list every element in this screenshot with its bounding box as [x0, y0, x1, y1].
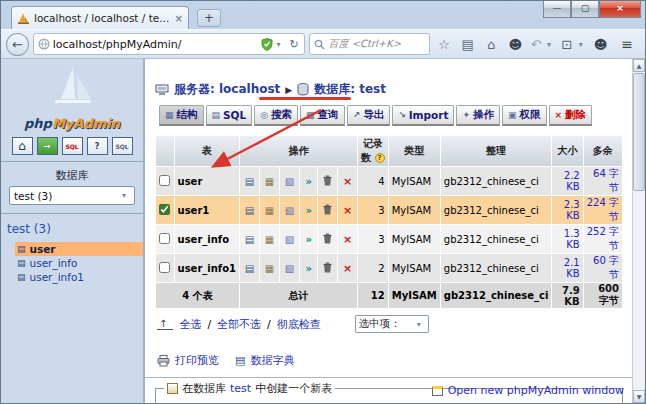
- col-overhead[interactable]: 多余: [584, 136, 622, 166]
- search-icon[interactable]: ▧: [285, 205, 294, 216]
- col-records[interactable]: 记录数 ?: [358, 136, 388, 166]
- size-cell[interactable]: 2.1 KB: [552, 254, 582, 282]
- home-icon[interactable]: ⌂: [482, 37, 502, 52]
- insert-icon[interactable]: »: [305, 234, 311, 245]
- structure-icon[interactable]: ▦: [265, 205, 274, 216]
- table-name-link[interactable]: user1: [175, 196, 240, 224]
- empty-icon[interactable]: [318, 225, 337, 253]
- sidebar-item-user-info[interactable]: ▤ user_info: [15, 256, 143, 270]
- home-button[interactable]: ⌂: [12, 137, 33, 155]
- drop-icon[interactable]: ×: [343, 233, 352, 246]
- sidebar-item-user[interactable]: ▤ user: [15, 242, 143, 256]
- url-bar[interactable]: localhost/phpMyAdmin/ ▾ ↻: [33, 33, 306, 55]
- size-cell[interactable]: 2.2 KB: [552, 167, 582, 195]
- feedback-smiley-icon[interactable]: ☻: [505, 37, 525, 52]
- table-name-link[interactable]: user_info1: [175, 254, 240, 282]
- breadcrumb-database-link[interactable]: 数据库: test: [314, 81, 386, 98]
- drop-icon[interactable]: ×: [343, 204, 352, 217]
- structure-icon[interactable]: ▦: [265, 176, 274, 187]
- structure-icon[interactable]: ▦: [265, 263, 274, 274]
- sidebar-item-user-info1[interactable]: ▤ user_info1: [15, 270, 143, 284]
- hint-icon[interactable]: ?: [375, 153, 385, 163]
- tab-operations[interactable]: ✦操作: [456, 105, 500, 126]
- main-scrollbar[interactable]: ▲ ▼: [632, 59, 645, 403]
- bookmarks-menu-icon[interactable]: ▤: [458, 37, 478, 52]
- tab-query[interactable]: ▩查询: [300, 105, 345, 126]
- check-overhead-link[interactable]: 彻底检查: [277, 317, 321, 332]
- search-bar[interactable]: 百度 <Ctrl+K>: [309, 33, 430, 55]
- scrollbar-thumb[interactable]: [633, 73, 645, 191]
- structure-icon[interactable]: ▦: [265, 234, 274, 245]
- uncheck-all-link[interactable]: 全部不选: [217, 317, 261, 332]
- sql-docs-button[interactable]: SQL: [112, 137, 133, 155]
- tab-close-icon[interactable]: ×: [175, 13, 183, 24]
- undo-dropdown-icon[interactable]: ▾: [547, 40, 555, 49]
- data-dictionary-link[interactable]: 数据字典: [250, 353, 294, 368]
- empty-icon[interactable]: [318, 196, 337, 224]
- maximize-button[interactable]: ▢: [571, 1, 599, 18]
- row-checkbox[interactable]: [159, 233, 170, 244]
- col-name[interactable]: 表: [175, 136, 240, 166]
- col-size[interactable]: 大小: [552, 136, 582, 166]
- insert-icon[interactable]: »: [305, 176, 311, 187]
- check-all-link[interactable]: 全选: [179, 317, 201, 332]
- reload-icon[interactable]: ↻: [287, 38, 300, 51]
- logout-button[interactable]: →: [37, 137, 58, 155]
- size-cell[interactable]: 2.3 KB: [552, 196, 582, 224]
- row-checkbox[interactable]: [159, 175, 170, 186]
- minimize-button[interactable]: —: [543, 1, 571, 18]
- database-heading-link[interactable]: test (3): [1, 213, 143, 242]
- col-collation[interactable]: 整理: [441, 136, 552, 166]
- search-icon[interactable]: ▧: [285, 263, 294, 274]
- search-placeholder[interactable]: 百度 <Ctrl+K>: [328, 37, 401, 51]
- new-tab-button[interactable]: +: [197, 9, 221, 27]
- url-text[interactable]: localhost/phpMyAdmin/: [53, 38, 259, 51]
- chat-bubble-icon[interactable]: ☻: [591, 37, 611, 52]
- browser-tab[interactable]: localhost / localhost / te... ×: [11, 6, 189, 29]
- drop-icon[interactable]: ×: [343, 175, 352, 188]
- shield-icon[interactable]: [261, 38, 273, 51]
- tab-drop[interactable]: ×删除: [549, 105, 593, 126]
- browse-icon[interactable]: ▤: [245, 263, 254, 274]
- table-name-link[interactable]: user_info: [175, 225, 240, 253]
- print-view-link[interactable]: 打印预览: [175, 353, 219, 368]
- breadcrumb-server-link[interactable]: 服务器: localhost: [174, 81, 280, 98]
- insert-icon[interactable]: »: [305, 205, 311, 216]
- browse-icon[interactable]: ▤: [245, 234, 254, 245]
- scroll-down-icon[interactable]: ▼: [633, 390, 645, 403]
- empty-icon[interactable]: [318, 167, 337, 195]
- search-icon[interactable]: ▧: [285, 234, 294, 245]
- bookmark-star-icon[interactable]: ☆: [434, 37, 454, 52]
- browse-icon[interactable]: ▤: [245, 176, 254, 187]
- menu-icon[interactable]: ≡: [614, 36, 640, 52]
- tab-export[interactable]: ↗导出: [347, 105, 391, 126]
- row-checkbox[interactable]: [159, 262, 170, 273]
- overhead-cell[interactable]: 60 字节: [584, 254, 622, 282]
- drop-icon[interactable]: ×: [343, 262, 352, 275]
- tab-structure[interactable]: ▦结构: [159, 105, 204, 126]
- site-dropdown-icon[interactable]: ▾: [276, 40, 284, 49]
- sql-window-button[interactable]: SQL: [62, 137, 83, 155]
- overhead-cell[interactable]: 64 字节: [584, 167, 622, 195]
- search-icon[interactable]: ▧: [285, 176, 294, 187]
- overhead-cell[interactable]: 252 字节: [584, 225, 622, 253]
- overhead-cell[interactable]: 224 字节: [584, 196, 622, 224]
- tab-sql[interactable]: ▤SQL: [206, 105, 253, 126]
- insert-icon[interactable]: »: [305, 263, 311, 274]
- pma-logo[interactable]: phpMyAdmin: [1, 59, 143, 133]
- tab-import[interactable]: ↘Import: [392, 105, 454, 126]
- back-button[interactable]: ←: [6, 33, 29, 56]
- docs-button[interactable]: ?: [87, 137, 108, 155]
- database-select[interactable]: test (3) ▾: [9, 186, 135, 205]
- col-type[interactable]: 类型: [389, 136, 440, 166]
- browse-icon[interactable]: ▤: [245, 205, 254, 216]
- scroll-up-icon[interactable]: ▲: [633, 59, 645, 72]
- size-cell[interactable]: 1.3 KB: [552, 225, 582, 253]
- screenshot-dropdown-icon[interactable]: ▾: [579, 40, 587, 49]
- close-button[interactable]: ×: [599, 1, 641, 18]
- tab-search[interactable]: ◎搜索: [254, 105, 298, 126]
- row-checkbox[interactable]: [159, 204, 170, 215]
- undo-icon[interactable]: ↶: [529, 37, 543, 52]
- with-selected-select[interactable]: 选中项： ▾: [355, 315, 429, 333]
- empty-icon[interactable]: [318, 254, 337, 282]
